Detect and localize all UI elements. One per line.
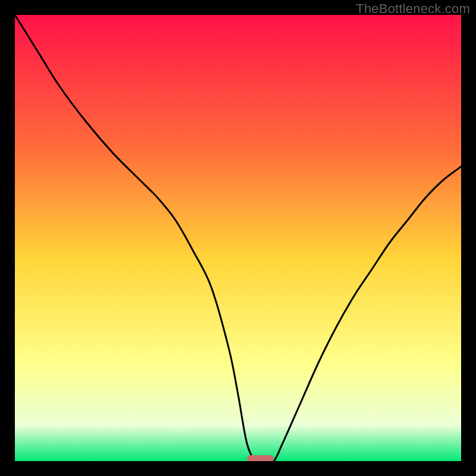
chart-frame: TheBottleneck.com [0,0,476,476]
plot-svg [15,15,461,461]
watermark-text: TheBottleneck.com [356,1,470,17]
optimum-marker [247,455,274,461]
bottleneck-plot [15,15,461,461]
